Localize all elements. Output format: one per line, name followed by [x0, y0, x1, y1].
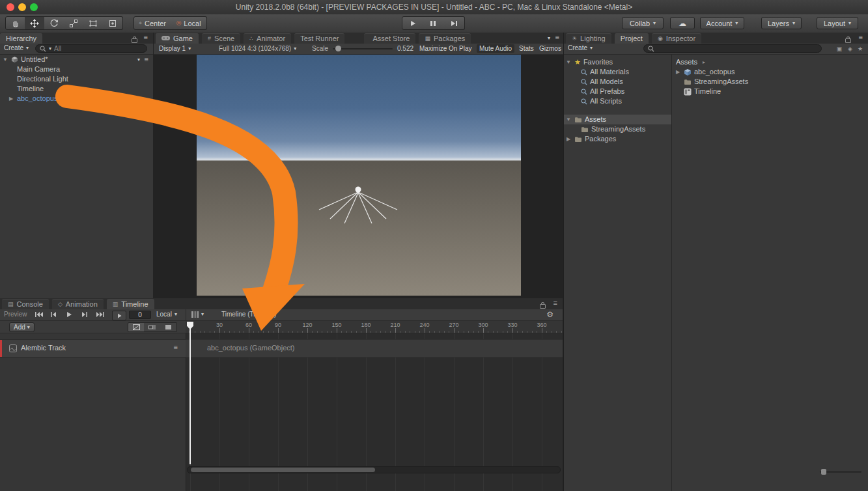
tab-project[interactable]: Project [615, 33, 649, 44]
layers-button[interactable]: Layers ▾ [761, 17, 802, 29]
timeline-selector-button[interactable]: ▾ [191, 311, 204, 318]
rotate-tool-button[interactable] [44, 16, 64, 30]
hand-tool-button[interactable] [5, 16, 25, 30]
play-button[interactable] [402, 16, 423, 30]
mute-audio-button[interactable]: Mute Audio [477, 44, 514, 53]
mix-mode-button[interactable] [128, 322, 145, 332]
scrollbar-thumb[interactable] [191, 468, 375, 472]
layout-button[interactable]: Layout ▾ [817, 17, 858, 29]
stats-button[interactable]: Stats [516, 44, 537, 53]
collab-button[interactable]: Collab ▾ [622, 17, 664, 29]
tab-scene[interactable]: # Scene [202, 33, 240, 44]
favorite-all-models[interactable]: All Models [564, 77, 671, 87]
time-mode-dropdown[interactable]: Local ▾ [156, 311, 177, 318]
hierarchy-item-timeline[interactable]: Timeline [0, 84, 153, 94]
scale-tool-button[interactable] [64, 16, 84, 30]
tab-timeline[interactable]: ▥ Timeline [107, 299, 154, 309]
scene-tab-icon: # [208, 36, 211, 42]
tab-lighting[interactable]: ☀ Lighting [566, 33, 611, 44]
scene-menu-icon[interactable]: ≡ [145, 56, 148, 63]
tab-hierarchy[interactable]: Hierarchy [0, 33, 42, 44]
project-create-button[interactable]: Create ▾ [568, 44, 593, 51]
previous-frame-button[interactable] [48, 311, 59, 318]
scene-caret-icon[interactable]: ▾ [137, 57, 140, 63]
asset-row-timeline[interactable]: Timeline [672, 87, 868, 96]
step-icon [451, 20, 458, 27]
panel-menu-icon[interactable]: ≡ [555, 34, 559, 41]
preview-toggle[interactable]: Preview [4, 311, 27, 318]
alembic-track-lane[interactable]: abc_octopus (GameObject) [186, 339, 563, 358]
favorite-all-materials[interactable]: All Materials [564, 67, 671, 77]
tab-console[interactable]: ▤ Console [2, 299, 49, 309]
tab-overflow-caret-icon[interactable]: ▾ [548, 36, 550, 41]
cloud-button[interactable]: ☁ [670, 17, 695, 29]
asset-row-streamingassets[interactable]: StreamingAssets [672, 77, 868, 87]
hierarchy-item-main-camera[interactable]: Main Camera [0, 64, 153, 74]
scene-row[interactable]: ▼ Untitled* ≡ ▾ [0, 55, 153, 64]
minimize-window-button[interactable] [18, 3, 26, 11]
scale-slider[interactable] [333, 48, 393, 49]
folder-row-streamingassets[interactable]: StreamingAssets [564, 124, 671, 134]
favorite-all-prefabs[interactable]: All Prefabs [564, 87, 671, 96]
replace-mode-button[interactable] [160, 322, 177, 332]
expand-icon[interactable]: ▶ [8, 96, 14, 102]
hierarchy-item-abc-octopus[interactable]: ▶ abc_octopus [0, 94, 153, 104]
pause-button[interactable] [423, 16, 444, 30]
favorites-row[interactable]: ▼ ★ Favorites [564, 57, 671, 67]
folder-row-assets[interactable]: ▼ Assets [564, 115, 671, 124]
game-viewport[interactable] [197, 55, 521, 296]
icon-size-slider[interactable] [820, 471, 861, 473]
zoom-window-button[interactable] [30, 3, 38, 11]
close-window-button[interactable] [7, 3, 14, 11]
tab-inspector[interactable]: ◉ Inspector [652, 33, 701, 44]
hierarchy-item-directional-light[interactable]: Directional Light [0, 74, 153, 84]
next-frame-button[interactable] [79, 311, 90, 318]
aspect-dropdown[interactable]: Full 1024 4:3 (1024x768) ▾ [219, 45, 296, 52]
pivot-center-button[interactable]: ⌖ Center [133, 16, 171, 30]
rect-tool-button[interactable] [83, 16, 104, 30]
move-tool-button[interactable] [25, 16, 45, 30]
tab-animation[interactable]: ◇ Animation [52, 299, 104, 309]
panel-menu-icon[interactable]: ≡ [144, 34, 148, 41]
breadcrumb[interactable]: Assets ▸ [672, 57, 868, 67]
saved-search-star-icon[interactable]: ★ [858, 46, 863, 52]
pivot-local-button[interactable]: ◎ Local [171, 16, 207, 30]
display-dropdown[interactable]: Display 1 ▾ [159, 45, 191, 52]
play-range-button[interactable] [112, 311, 126, 320]
tab-packages[interactable]: ▦ Packages [419, 33, 471, 44]
hierarchy-search-input[interactable]: ▾ All [35, 44, 147, 53]
maximize-on-play-button[interactable]: Maximize On Play [417, 44, 475, 53]
search-by-label-icon[interactable]: ◈ [848, 46, 852, 52]
expand-icon[interactable]: ▶ [675, 70, 681, 75]
timeline-play-button[interactable] [64, 311, 74, 318]
account-button[interactable]: Account ▾ [700, 17, 744, 29]
add-track-button[interactable]: Add ▾ [9, 322, 35, 332]
panel-menu-icon[interactable]: ≡ [859, 34, 863, 41]
frame-field[interactable]: 0 [129, 311, 151, 319]
scale-slider-knob[interactable] [335, 46, 341, 51]
tab-animator[interactable]: ∴ Animator [244, 33, 291, 44]
step-button[interactable] [443, 16, 465, 30]
transform-tool-button[interactable] [103, 16, 123, 30]
asset-row-abc-octopus[interactable]: ▶ abc_octopus [672, 67, 868, 77]
ripple-mode-button[interactable] [144, 322, 161, 332]
tab-asset-store[interactable]: Asset Store [364, 33, 416, 44]
panel-menu-icon[interactable]: ≡ [553, 300, 557, 307]
favorite-all-scripts[interactable]: All Scripts [564, 96, 671, 106]
search-by-type-icon[interactable]: ▣ [836, 46, 842, 52]
goto-end-button[interactable] [95, 311, 105, 318]
alembic-track-header[interactable]: Alembic Track ≡ [0, 339, 186, 358]
icon-size-slider-knob[interactable] [821, 469, 826, 475]
hierarchy-create-button[interactable]: Create ▾ [4, 44, 29, 51]
playhead-line[interactable] [189, 329, 191, 464]
timeline-ruler[interactable]: 30 60 90 120 150 180 210 240 270 300 330… [186, 321, 563, 333]
goto-start-button[interactable] [34, 311, 44, 318]
timeline-h-scrollbar[interactable] [187, 466, 561, 473]
tab-test-runner[interactable]: Test Runner [294, 33, 344, 44]
tab-game[interactable]: Game [156, 33, 199, 44]
project-search-input[interactable] [643, 44, 822, 53]
track-menu-icon[interactable]: ≡ [174, 344, 178, 351]
display-caret-icon: ▾ [188, 46, 191, 51]
folder-row-packages[interactable]: ▶ Packages [564, 134, 671, 144]
gear-icon[interactable]: ⚙ [546, 310, 553, 319]
